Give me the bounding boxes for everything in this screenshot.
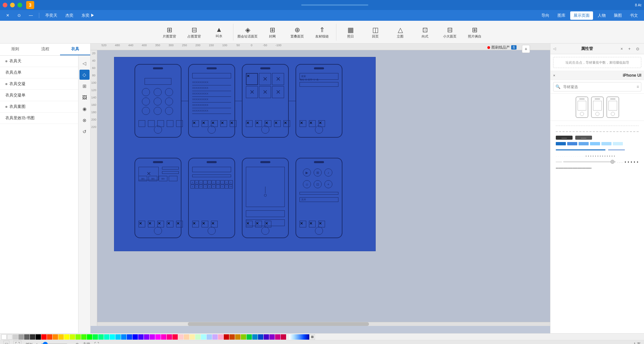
- right-header-collapse[interactable]: ◁: [553, 47, 556, 51]
- right-panel-copy[interactable]: ⊙: [634, 46, 641, 52]
- swatch-turquoise[interactable]: [104, 334, 109, 340]
- tool-zhaori[interactable]: ▦ 照日: [338, 22, 363, 42]
- dark-btn-1[interactable]: ——: [556, 136, 573, 140]
- tool-litu[interactable]: △ 立图: [388, 22, 412, 42]
- swatch-amber[interactable]: [58, 334, 64, 340]
- swatch-lightblue[interactable]: [207, 334, 212, 340]
- dark-btn-2[interactable]: ——: [575, 136, 592, 140]
- shape-close-btn[interactable]: ×: [553, 73, 555, 77]
- tool-zhaoplan[interactable]: ⊞ 照片俩自: [463, 22, 487, 42]
- swatch-cyan[interactable]: [110, 334, 115, 340]
- swatch-lightgray[interactable]: [7, 334, 12, 340]
- iphone-shape-3[interactable]: [606, 96, 619, 118]
- sidebar-icon-cross[interactable]: ⊗: [79, 115, 90, 125]
- shape-section-header[interactable]: × iPhone UI: [550, 71, 644, 80]
- close-window-button[interactable]: [3, 3, 7, 7]
- nav-renwu[interactable]: 人物: [594, 11, 609, 20]
- tool-pianzhibei[interactable]: ⊞ 片图置背: [157, 22, 181, 42]
- swatch-lavender[interactable]: [212, 334, 218, 340]
- tool-zhandieye[interactable]: ⊕ 置叠面页: [285, 22, 309, 42]
- search-filter-icon[interactable]: ≡: [637, 84, 639, 89]
- swatch-blue2[interactable]: [127, 334, 132, 340]
- swatch-peach[interactable]: [184, 334, 189, 340]
- nav-zhanshiyemian[interactable]: 展示页面: [570, 11, 593, 20]
- swatch-darkgray[interactable]: [18, 334, 24, 340]
- nav-naotu[interactable]: 脑图: [610, 11, 625, 20]
- menu-item-jie[interactable]: 杰奕: [62, 11, 77, 20]
- tool-fengwang[interactable]: ⊞ 封网: [260, 22, 284, 42]
- search-input[interactable]: [560, 82, 637, 91]
- canvas-board[interactable]: XXXXXXXXX XXXXXXXXX XXXXXXXXX XXXXXXXXX …: [114, 57, 376, 251]
- menu-circle[interactable]: ⊙: [14, 12, 24, 19]
- swatch-darkyellow[interactable]: [235, 334, 240, 340]
- status-grid[interactable]: ⛶: [13, 341, 21, 344]
- swatch-indigo[interactable]: [138, 334, 144, 340]
- swatch-darkrose[interactable]: [281, 334, 286, 340]
- nav-tuku[interactable]: 图库: [554, 11, 569, 20]
- iphone-shape-1[interactable]: [576, 96, 588, 118]
- zoom-plus[interactable]: +: [35, 342, 40, 344]
- swatch-darkorange[interactable]: [229, 334, 235, 340]
- sidebar-tab-jianze[interactable]: 渐则: [0, 44, 30, 55]
- swatch-gray[interactable]: [13, 334, 18, 340]
- swatch-charcoal[interactable]: [24, 334, 30, 340]
- canvas-scrollbar-h[interactable]: [97, 322, 550, 326]
- canvas-main[interactable]: XXXXXXXXX XXXXXXXXX XXXXXXXXX XXXXXXXXX …: [97, 50, 550, 326]
- tool-huizhi[interactable]: ◈ 图会址话面页: [235, 22, 260, 42]
- sidebar-tab-liucheng[interactable]: 流程: [30, 44, 60, 55]
- swatch-redorange[interactable]: [47, 334, 52, 340]
- sidebar-tab-yiju[interactable]: 衣具: [60, 44, 90, 55]
- zoom-fit[interactable]: ⊙: [75, 342, 79, 344]
- swatch-springgreen[interactable]: [98, 334, 104, 340]
- sidebar-item-yijujiao2[interactable]: 衣具交凝单: [0, 90, 78, 101]
- tool-shui[interactable]: ▲ 叫水: [207, 22, 231, 42]
- swatch-yellow[interactable]: [64, 334, 69, 340]
- swatch-violet[interactable]: [144, 334, 149, 340]
- sidebar-icon-grid[interactable]: ⊞: [79, 81, 90, 91]
- sidebar-icon-image[interactable]: 🖼: [79, 92, 90, 102]
- swatch-olive[interactable]: [241, 334, 246, 340]
- swatch-green1[interactable]: [81, 334, 87, 340]
- swatch-blue3[interactable]: [132, 334, 138, 340]
- swatch-magenta[interactable]: [155, 334, 161, 340]
- minimize-window-button[interactable]: [10, 3, 15, 7]
- tool-xiangshi[interactable]: ⊡ 向式: [413, 22, 437, 42]
- tool-zhanzhibei[interactable]: ⊟ 占图置背: [182, 22, 206, 42]
- tool-xiaoda[interactable]: ⊟ 小大面页: [438, 22, 462, 42]
- sidebar-icon-diamond[interactable]: ◇: [79, 70, 90, 80]
- status-fullscreen[interactable]: □: [3, 341, 9, 344]
- swatch-white[interactable]: [1, 334, 7, 340]
- sidebar-item-yijujiao1[interactable]: 衣具交凝: [0, 78, 78, 90]
- sidebar-icon-circle[interactable]: ◉: [79, 104, 90, 114]
- nav-shuwen[interactable]: 书文: [627, 11, 641, 20]
- sidebar-icon-refresh[interactable]: ↺: [79, 127, 90, 137]
- swatch-blue1[interactable]: [121, 334, 126, 340]
- sidebar-icon-collapse[interactable]: ◁: [79, 58, 90, 68]
- swatch-purple[interactable]: [150, 334, 155, 340]
- swatch-picker[interactable]: ⊞: [310, 334, 315, 340]
- swatch-lightgreen[interactable]: [195, 334, 201, 340]
- swatch-yellowgreen[interactable]: [70, 334, 75, 340]
- swatch-rose[interactable]: [167, 334, 172, 340]
- swatch-crimson[interactable]: [172, 334, 178, 340]
- sidebar-item-yijudian[interactable]: 衣具点单: [0, 67, 78, 78]
- swatch-red[interactable]: [41, 334, 47, 340]
- swatch-darkindigo[interactable]: [264, 334, 269, 340]
- zoom-minus[interactable]: −: [69, 342, 74, 344]
- scrollbar-thumb-h[interactable]: [188, 322, 369, 326]
- sidebar-item-yijutian[interactable]: 衣具天: [0, 56, 78, 67]
- menu-close[interactable]: ✕: [3, 12, 13, 19]
- nav-daoxiang[interactable]: 导向: [538, 11, 553, 20]
- tool-huiye[interactable]: ◫ 回页: [363, 22, 387, 42]
- swatch-almostblack[interactable]: [30, 334, 35, 340]
- iphone-shape-2[interactable]: [591, 96, 604, 118]
- swatch-lightyellow[interactable]: [190, 334, 195, 340]
- maximize-window-button[interactable]: [17, 3, 22, 7]
- menu-item-ting[interactable]: 亭奕天: [42, 11, 61, 20]
- swatch-chartreuse[interactable]: [75, 334, 81, 340]
- swatch-lightcyan[interactable]: [201, 334, 206, 340]
- right-panel-close[interactable]: ×: [619, 46, 625, 52]
- menu-item-dong[interactable]: 东奕 ▶: [78, 11, 98, 20]
- sidebar-item-yijuantu[interactable]: 衣具案图: [0, 101, 78, 113]
- swatch-darkblue[interactable]: [258, 334, 263, 340]
